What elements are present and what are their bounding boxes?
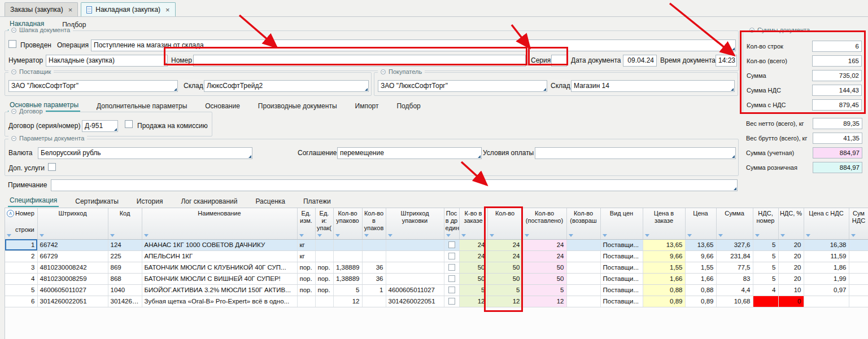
table-cell[interactable]: 24 xyxy=(459,239,487,250)
column-header[interactable]: Штрихкодупаковки xyxy=(386,208,444,239)
agreement-field[interactable]: перемещение xyxy=(337,147,482,159)
table-cell[interactable]: 83 xyxy=(716,273,753,284)
table-cell[interactable]: пор. xyxy=(315,273,333,284)
table-cell[interactable]: 4 xyxy=(753,284,778,296)
table-row[interactable]: 166742124АНАНАС 1КГ 1000 СОВЕТОВ ДАЧНИКУ… xyxy=(5,239,868,250)
table-cell[interactable]: пор. xyxy=(315,284,333,296)
column-header[interactable]: Кол-во xyxy=(487,208,522,239)
table-cell[interactable]: 24 xyxy=(522,250,566,262)
table-cell[interactable]: 1040 xyxy=(108,284,142,296)
series-field[interactable] xyxy=(551,55,567,67)
table-cell[interactable]: 3 xyxy=(5,262,37,273)
table-cell[interactable]: 1,66 xyxy=(643,273,685,284)
column-header[interactable]: Вид цен xyxy=(600,208,643,239)
table-cell[interactable]: 5 xyxy=(333,284,362,296)
extra-services-checkbox[interactable] xyxy=(48,163,56,171)
time-field[interactable]: 14:23 xyxy=(716,55,737,67)
column-header[interactable]: Штрихкод xyxy=(37,208,108,239)
table-cell[interactable]: 0,88 xyxy=(685,284,716,296)
table-cell[interactable] xyxy=(386,239,444,250)
table-cell[interactable] xyxy=(444,273,459,284)
table-cell[interactable]: 1 xyxy=(5,239,37,250)
table-cell[interactable]: 16,38 xyxy=(804,239,849,250)
table-cell[interactable]: 0,89 xyxy=(643,296,685,307)
table-cell[interactable]: пор. xyxy=(297,284,315,296)
collapse-group-icon[interactable]: − xyxy=(11,109,16,114)
table-cell[interactable]: 24 xyxy=(487,250,522,262)
column-header[interactable]: Цена xyxy=(685,208,716,239)
spec-tab-6[interactable]: Платежи xyxy=(302,196,333,207)
sum-value[interactable]: 41,35 xyxy=(813,133,862,144)
table-cell[interactable]: 13,65 xyxy=(685,239,716,250)
column-header[interactable]: Цена с НДС xyxy=(804,208,849,239)
table-cell[interactable]: 1,38889 xyxy=(333,273,362,284)
table-cell[interactable]: 4,4 xyxy=(716,284,753,296)
table-cell[interactable] xyxy=(849,296,868,307)
row-checkbox[interactable] xyxy=(448,275,455,282)
table-cell[interactable]: 50 xyxy=(487,262,522,273)
table-cell[interactable] xyxy=(444,250,459,262)
commission-checkbox[interactable] xyxy=(125,120,133,128)
date-field[interactable]: 09.04.24 xyxy=(623,55,657,67)
table-cell[interactable]: 231,84 xyxy=(716,250,753,262)
table-cell[interactable]: 50 xyxy=(459,273,487,284)
table-cell[interactable]: 9,66 xyxy=(643,250,685,262)
table-cell[interactable] xyxy=(333,250,362,262)
table-cell[interactable]: 77,5 xyxy=(716,262,753,273)
table-cell[interactable]: 50 xyxy=(522,273,566,284)
table-cell[interactable]: 5 xyxy=(753,262,778,273)
row-checkbox[interactable] xyxy=(448,253,455,259)
row-checkbox[interactable] xyxy=(448,241,455,248)
table-cell[interactable]: 5 xyxy=(753,250,778,262)
sum-value[interactable]: 884,97 xyxy=(813,162,862,173)
operation-field[interactable]: Поступление на магазин от склада xyxy=(91,39,736,51)
column-header[interactable]: СумНДС xyxy=(849,208,868,239)
table-cell[interactable]: Поставщи... xyxy=(600,262,643,273)
table-cell[interactable]: 5 xyxy=(459,284,487,296)
posted-checkbox[interactable] xyxy=(8,40,16,48)
supplier-name-field[interactable]: ЗАО "ЛюксСофтТорг" xyxy=(8,80,178,92)
column-header[interactable]: К-во взаказе xyxy=(459,208,487,239)
row-checkbox[interactable] xyxy=(448,264,455,271)
table-cell[interactable]: 1,86 xyxy=(804,262,849,273)
payment-terms-field[interactable] xyxy=(535,147,736,159)
spec-tab-4[interactable]: Лог сканирований xyxy=(179,196,239,207)
column-header[interactable]: Ед. и:упак( xyxy=(315,208,333,239)
column-header[interactable]: Кол-во вупаков xyxy=(362,208,386,239)
collapse-group-icon[interactable]: − xyxy=(11,136,16,141)
table-cell[interactable]: 225 xyxy=(108,250,142,262)
table-cell[interactable]: 0,89 xyxy=(685,296,716,307)
table-cell[interactable]: 868 xyxy=(108,273,142,284)
table-cell[interactable] xyxy=(566,284,600,296)
table-cell[interactable]: 24 xyxy=(487,239,522,250)
table-cell[interactable]: кг xyxy=(297,239,315,250)
table-cell[interactable]: 20 xyxy=(778,239,804,250)
currency-field[interactable]: Белорусский рубль xyxy=(38,147,252,159)
table-cell[interactable]: 0 xyxy=(778,296,804,307)
column-header[interactable]: Сумма xyxy=(716,208,753,239)
column-header[interactable]: Кол-во(поставлено) xyxy=(522,208,566,239)
table-cell[interactable] xyxy=(362,250,386,262)
table-cell[interactable]: Поставщи... xyxy=(600,273,643,284)
table-row[interactable]: 34810230008242869БАТОНЧИК МЮСЛИ С КЛУБНИ… xyxy=(5,262,868,273)
table-cell[interactable] xyxy=(386,262,444,273)
table-cell[interactable]: 12 xyxy=(522,296,566,307)
collapse-group-icon[interactable]: − xyxy=(381,69,386,74)
spec-tab-1[interactable]: Спецификация xyxy=(8,195,59,207)
column-header[interactable]: Наименование xyxy=(142,208,297,239)
table-cell[interactable]: 5 xyxy=(753,239,778,250)
table-cell[interactable] xyxy=(386,273,444,284)
table-row[interactable]: 44810230008259868БАТОНЧИК МЮСЛИ С ВИШНЕЙ… xyxy=(5,273,868,284)
column-header[interactable]: ∧Номерстроки xyxy=(5,208,37,239)
table-cell[interactable]: 12 xyxy=(333,296,362,307)
numerator-field[interactable]: Накладные (закупка) xyxy=(46,55,168,67)
table-cell[interactable]: 36 xyxy=(362,262,386,273)
table-cell[interactable]: АПЕЛЬСИН 1КГ xyxy=(142,250,297,262)
table-cell[interactable]: 1,55 xyxy=(685,262,716,273)
column-header[interactable]: Код xyxy=(108,208,142,239)
table-cell[interactable]: кг xyxy=(297,250,315,262)
table-cell[interactable]: Зубная щетка «Oral-B» Pro-Expert» всё в … xyxy=(142,296,297,307)
table-cell[interactable]: 24 xyxy=(522,239,566,250)
sum-value[interactable]: 879,45 xyxy=(812,99,862,111)
table-cell[interactable]: пор. xyxy=(297,273,315,284)
